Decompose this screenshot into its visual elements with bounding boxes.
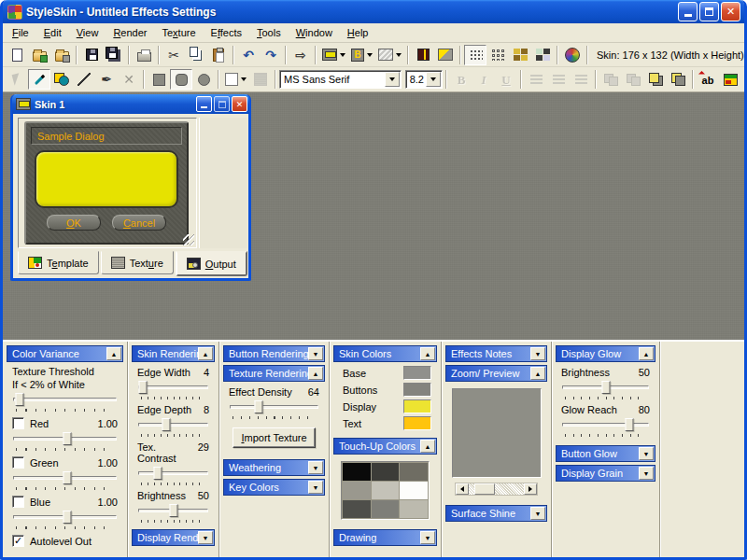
save-all-button[interactable] — [103, 45, 125, 65]
eyedropper-tool-button[interactable] — [28, 69, 50, 90]
sample-skin-preview[interactable]: Sample Dialog OK Cancel — [24, 121, 189, 245]
group-button[interactable] — [599, 69, 622, 90]
green-checkbox[interactable] — [12, 456, 24, 469]
button-glow-header[interactable]: Button Glow ▼ — [556, 445, 655, 462]
rounded-rect-shape-button[interactable] — [170, 69, 192, 90]
ellipse-shape-button[interactable] — [192, 69, 215, 90]
expand-button[interactable]: ▼ — [308, 481, 323, 494]
italic-button[interactable]: I — [472, 69, 495, 90]
slider-thumb[interactable] — [169, 504, 177, 517]
grid-circles-button[interactable] — [486, 45, 509, 65]
select-tool-button[interactable] — [6, 69, 28, 90]
key-colors-header[interactable]: Key Colors ▼ — [223, 479, 325, 496]
align-left-button[interactable] — [525, 69, 547, 90]
open-template-button[interactable] — [28, 45, 50, 65]
palette-swatch[interactable] — [400, 482, 428, 499]
collapse-button[interactable]: ▲ — [530, 367, 545, 380]
expand-button[interactable]: ▼ — [639, 447, 654, 460]
display-color-swatch[interactable] — [403, 399, 431, 413]
texture-fill-dropdown[interactable] — [375, 45, 404, 65]
collapse-button[interactable]: ▲ — [420, 440, 435, 453]
font-name-combo[interactable]: MS Sans Serif — [279, 70, 402, 89]
palette-swatch[interactable] — [372, 463, 400, 481]
touch-up-colors-header[interactable]: Touch-Up Colors ▲ — [333, 438, 437, 455]
skin-style-dropdown[interactable] — [319, 45, 348, 65]
align-right-button[interactable] — [570, 69, 592, 90]
expand-button[interactable]: ▼ — [198, 531, 213, 544]
slider-thumb[interactable] — [63, 471, 71, 484]
maximize-button[interactable] — [699, 2, 719, 21]
render-skin-button[interactable] — [412, 45, 434, 65]
palette-swatch[interactable] — [400, 463, 428, 481]
brightness-slider[interactable] — [138, 503, 208, 523]
display-rendering-header[interactable]: Display Rendering ▼ — [132, 529, 215, 546]
skin-window-title-bar[interactable]: Skin 1 ✕ — [12, 94, 249, 114]
slider-thumb[interactable] — [625, 418, 633, 431]
menu-help[interactable]: Help — [340, 24, 376, 41]
font-size-dropdown-button[interactable] — [426, 72, 441, 87]
open-texture-button[interactable] — [50, 45, 73, 65]
menu-render[interactable]: Render — [106, 24, 154, 41]
tab-texture[interactable]: Texture — [101, 251, 174, 274]
line-tool-button[interactable] — [73, 69, 95, 90]
minimize-button[interactable] — [678, 2, 698, 21]
ungroup-button[interactable] — [622, 69, 644, 90]
sample-ok-button[interactable]: OK — [47, 215, 101, 231]
effects-notes-header[interactable]: Effects Notes ▼ — [445, 345, 547, 362]
grid-dots-button[interactable] — [464, 45, 486, 65]
pen-tool-button[interactable]: ✒ — [95, 69, 118, 90]
send-to-back-button[interactable] — [667, 69, 689, 90]
close-button[interactable]: ✕ — [721, 2, 740, 21]
tile-windows-button[interactable] — [531, 45, 554, 65]
edge-depth-slider[interactable] — [138, 417, 208, 437]
expand-button[interactable]: ▼ — [308, 461, 323, 474]
palette-swatch[interactable] — [343, 463, 371, 481]
font-name-dropdown-button[interactable] — [385, 72, 400, 87]
import-texture-button[interactable]: Import Texture — [233, 427, 316, 448]
slider-thumb[interactable] — [139, 381, 148, 394]
weathering-header[interactable]: Weathering ▼ — [223, 459, 325, 476]
slider-thumb[interactable] — [162, 418, 171, 431]
tab-output[interactable]: Output — [176, 251, 247, 276]
tex-contrast-slider[interactable] — [138, 466, 208, 485]
texture-rendering-header[interactable]: Texture Rendering ▲ — [223, 365, 325, 382]
buttons-color-swatch[interactable] — [403, 383, 431, 397]
sample-cancel-button[interactable]: Cancel — [112, 215, 166, 231]
menu-texture[interactable]: Texture — [154, 24, 203, 41]
align-center-button[interactable] — [547, 69, 570, 90]
font-size-combo[interactable]: 8.2 — [405, 70, 443, 89]
display-glow-header[interactable]: Display Glow ▲ — [556, 345, 655, 362]
copy-button[interactable] — [185, 45, 207, 65]
apply-button[interactable]: ⇨ — [289, 45, 312, 65]
delete-tool-button[interactable]: ✕ — [118, 69, 140, 90]
undo-button[interactable]: ↶ — [237, 45, 260, 65]
expand-button[interactable]: ▼ — [530, 507, 545, 520]
slider-thumb[interactable] — [63, 511, 71, 524]
palette-swatch[interactable] — [343, 482, 371, 499]
glow-reach-slider[interactable] — [562, 417, 649, 437]
menu-edit[interactable]: Edit — [36, 24, 69, 41]
palette-window-button[interactable] — [719, 69, 741, 90]
skin-colors-header[interactable]: Skin Colors ▲ — [333, 345, 437, 362]
collapse-button[interactable]: ▲ — [198, 347, 213, 360]
preview-scrollbar[interactable] — [455, 483, 538, 496]
zoom-preview-header[interactable]: Zoom/ Preview ▲ — [445, 365, 547, 382]
palette-swatch[interactable] — [343, 500, 371, 518]
scroll-right-button[interactable] — [524, 483, 537, 495]
collapse-button[interactable]: ▲ — [420, 347, 435, 360]
paste-button[interactable] — [207, 45, 230, 65]
collapse-button[interactable]: ▲ — [106, 347, 121, 360]
scrollbar-thumb[interactable] — [474, 483, 495, 495]
base-color-swatch[interactable] — [403, 366, 431, 380]
shapes-tool-button[interactable] — [50, 69, 73, 90]
fill-color-button[interactable] — [249, 69, 272, 90]
expand-button[interactable]: ▼ — [420, 531, 435, 544]
autolevel-checkbox[interactable]: ✓ — [12, 535, 24, 547]
blue-slider[interactable] — [13, 510, 117, 529]
skin-minimize-button[interactable] — [196, 96, 212, 112]
expand-button[interactable]: ▼ — [308, 347, 323, 360]
button-style-dropdown[interactable]: B — [348, 45, 375, 65]
slider-thumb[interactable] — [15, 393, 23, 406]
slider-thumb[interactable] — [601, 381, 610, 394]
edge-width-slider[interactable] — [138, 380, 208, 399]
